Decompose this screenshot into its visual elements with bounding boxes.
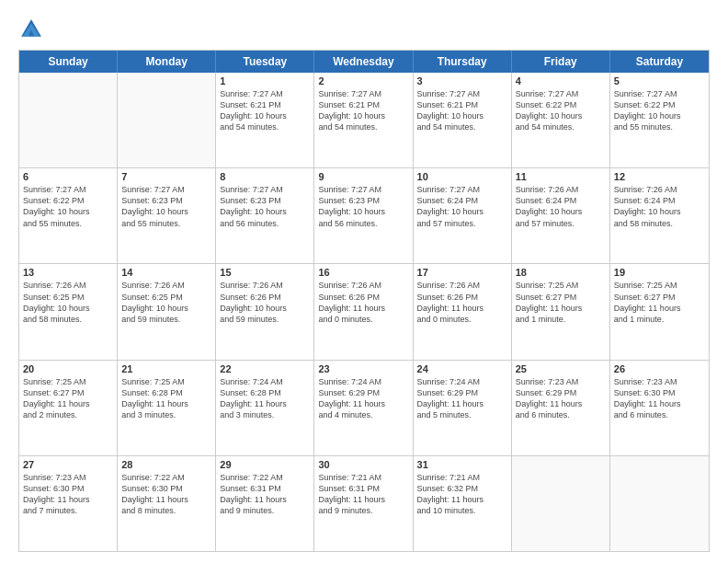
calendar-cell: 15Sunrise: 7:26 AM Sunset: 6:26 PM Dayli… [216,264,314,359]
calendar-cell: 29Sunrise: 7:22 AM Sunset: 6:31 PM Dayli… [216,456,314,551]
day-number: 30 [318,459,408,470]
calendar-cell: 2Sunrise: 7:27 AM Sunset: 6:21 PM Daylig… [314,73,413,167]
calendar-cell: 5Sunrise: 7:27 AM Sunset: 6:22 PM Daylig… [610,73,709,167]
day-info: Sunrise: 7:26 AM Sunset: 6:24 PM Dayligh… [516,184,606,229]
day-info: Sunrise: 7:27 AM Sunset: 6:21 PM Dayligh… [220,88,310,133]
day-number: 21 [121,363,211,374]
day-info: Sunrise: 7:27 AM Sunset: 6:22 PM Dayligh… [516,88,606,133]
day-number: 17 [417,267,507,278]
header-day-friday: Friday [512,51,610,73]
day-number: 4 [516,75,606,86]
calendar-cell: 28Sunrise: 7:22 AM Sunset: 6:30 PM Dayli… [118,456,216,551]
day-info: Sunrise: 7:27 AM Sunset: 6:23 PM Dayligh… [220,184,310,229]
day-number: 29 [220,459,310,470]
day-number: 19 [614,267,705,278]
day-number: 7 [121,171,211,182]
header-day-monday: Monday [118,51,216,73]
calendar-header: SundayMondayTuesdayWednesdayThursdayFrid… [19,51,709,73]
calendar-cell: 25Sunrise: 7:23 AM Sunset: 6:29 PM Dayli… [512,361,610,455]
day-number: 24 [417,363,507,374]
calendar: SundayMondayTuesdayWednesdayThursdayFrid… [18,50,710,552]
day-info: Sunrise: 7:26 AM Sunset: 6:24 PM Dayligh… [614,184,705,229]
header-day-wednesday: Wednesday [314,51,413,73]
day-info: Sunrise: 7:27 AM Sunset: 6:22 PM Dayligh… [23,184,113,229]
day-info: Sunrise: 7:22 AM Sunset: 6:30 PM Dayligh… [121,472,211,517]
calendar-week-5: 27Sunrise: 7:23 AM Sunset: 6:30 PM Dayli… [19,455,709,551]
day-number: 6 [23,171,113,182]
day-number: 14 [121,267,211,278]
calendar-cell: 30Sunrise: 7:21 AM Sunset: 6:31 PM Dayli… [314,456,413,551]
day-number: 5 [614,75,705,86]
calendar-cell: 17Sunrise: 7:26 AM Sunset: 6:26 PM Dayli… [414,264,512,359]
day-number: 13 [23,267,113,278]
header [18,17,710,42]
day-number: 25 [516,363,606,374]
day-number: 16 [318,267,408,278]
day-info: Sunrise: 7:24 AM Sunset: 6:28 PM Dayligh… [220,376,310,421]
day-number: 22 [220,363,310,374]
day-info: Sunrise: 7:26 AM Sunset: 6:26 PM Dayligh… [220,280,310,325]
calendar-cell: 31Sunrise: 7:21 AM Sunset: 6:32 PM Dayli… [414,456,512,551]
calendar-cell: 26Sunrise: 7:23 AM Sunset: 6:30 PM Dayli… [610,361,709,455]
header-day-thursday: Thursday [414,51,512,73]
calendar-cell: 21Sunrise: 7:25 AM Sunset: 6:28 PM Dayli… [118,361,216,455]
header-day-tuesday: Tuesday [216,51,314,73]
calendar-cell [512,456,610,551]
calendar-cell [610,456,709,551]
calendar-cell: 13Sunrise: 7:26 AM Sunset: 6:25 PM Dayli… [19,264,118,359]
day-number: 11 [516,171,606,182]
day-number: 3 [417,75,507,86]
calendar-week-2: 6Sunrise: 7:27 AM Sunset: 6:22 PM Daylig… [19,167,709,263]
day-number: 10 [417,171,507,182]
day-number: 9 [318,171,408,182]
day-info: Sunrise: 7:25 AM Sunset: 6:28 PM Dayligh… [121,376,211,421]
day-info: Sunrise: 7:25 AM Sunset: 6:27 PM Dayligh… [23,376,113,421]
calendar-cell: 6Sunrise: 7:27 AM Sunset: 6:22 PM Daylig… [19,168,118,263]
day-number: 1 [220,75,310,86]
calendar-week-3: 13Sunrise: 7:26 AM Sunset: 6:25 PM Dayli… [19,263,709,359]
calendar-cell [118,73,216,167]
calendar-cell: 8Sunrise: 7:27 AM Sunset: 6:23 PM Daylig… [216,168,314,263]
calendar-cell: 1Sunrise: 7:27 AM Sunset: 6:21 PM Daylig… [216,73,314,167]
calendar-week-1: 1Sunrise: 7:27 AM Sunset: 6:21 PM Daylig… [19,73,709,167]
day-info: Sunrise: 7:24 AM Sunset: 6:29 PM Dayligh… [417,376,507,421]
calendar-cell: 19Sunrise: 7:25 AM Sunset: 6:27 PM Dayli… [610,264,709,359]
day-info: Sunrise: 7:27 AM Sunset: 6:21 PM Dayligh… [318,88,408,133]
day-number: 27 [23,459,113,470]
day-number: 18 [516,267,606,278]
day-info: Sunrise: 7:24 AM Sunset: 6:29 PM Dayligh… [318,376,408,421]
day-number: 26 [614,363,705,374]
calendar-cell: 10Sunrise: 7:27 AM Sunset: 6:24 PM Dayli… [414,168,512,263]
calendar-cell: 27Sunrise: 7:23 AM Sunset: 6:30 PM Dayli… [19,456,118,551]
calendar-cell: 9Sunrise: 7:27 AM Sunset: 6:23 PM Daylig… [314,168,413,263]
day-info: Sunrise: 7:22 AM Sunset: 6:31 PM Dayligh… [220,472,310,517]
day-number: 20 [23,363,113,374]
day-info: Sunrise: 7:26 AM Sunset: 6:26 PM Dayligh… [318,280,408,325]
day-info: Sunrise: 7:23 AM Sunset: 6:30 PM Dayligh… [614,376,705,421]
calendar-cell: 4Sunrise: 7:27 AM Sunset: 6:22 PM Daylig… [512,73,610,167]
header-day-saturday: Saturday [610,51,709,73]
calendar-cell: 7Sunrise: 7:27 AM Sunset: 6:23 PM Daylig… [118,168,216,263]
calendar-cell: 11Sunrise: 7:26 AM Sunset: 6:24 PM Dayli… [512,168,610,263]
day-info: Sunrise: 7:23 AM Sunset: 6:30 PM Dayligh… [23,472,113,517]
calendar-week-4: 20Sunrise: 7:25 AM Sunset: 6:27 PM Dayli… [19,360,709,455]
calendar-cell [19,73,118,167]
logo [18,17,48,42]
day-info: Sunrise: 7:27 AM Sunset: 6:22 PM Dayligh… [614,88,705,133]
day-number: 28 [121,459,211,470]
day-number: 8 [220,171,310,182]
calendar-cell: 20Sunrise: 7:25 AM Sunset: 6:27 PM Dayli… [19,361,118,455]
day-info: Sunrise: 7:26 AM Sunset: 6:25 PM Dayligh… [23,280,113,325]
day-info: Sunrise: 7:27 AM Sunset: 6:24 PM Dayligh… [417,184,507,229]
day-info: Sunrise: 7:25 AM Sunset: 6:27 PM Dayligh… [614,280,705,325]
day-info: Sunrise: 7:21 AM Sunset: 6:31 PM Dayligh… [318,472,408,517]
day-number: 2 [318,75,408,86]
day-info: Sunrise: 7:26 AM Sunset: 6:25 PM Dayligh… [121,280,211,325]
day-info: Sunrise: 7:25 AM Sunset: 6:27 PM Dayligh… [516,280,606,325]
calendar-cell: 3Sunrise: 7:27 AM Sunset: 6:21 PM Daylig… [414,73,512,167]
header-day-sunday: Sunday [19,51,118,73]
day-info: Sunrise: 7:23 AM Sunset: 6:29 PM Dayligh… [516,376,606,421]
day-info: Sunrise: 7:26 AM Sunset: 6:26 PM Dayligh… [417,280,507,325]
calendar-cell: 18Sunrise: 7:25 AM Sunset: 6:27 PM Dayli… [512,264,610,359]
calendar-cell: 22Sunrise: 7:24 AM Sunset: 6:28 PM Dayli… [216,361,314,455]
